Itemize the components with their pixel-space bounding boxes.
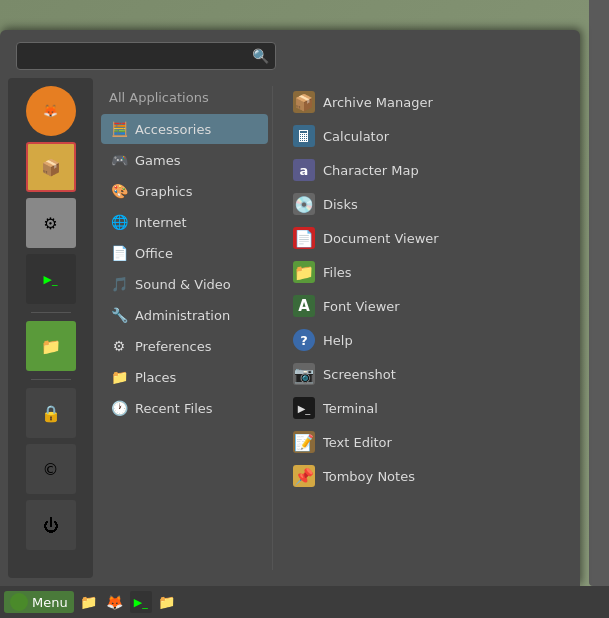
- category-accessories[interactable]: 🧮 Accessories: [101, 114, 268, 144]
- app-help[interactable]: ? Help: [285, 324, 572, 356]
- category-places-label: Places: [135, 370, 176, 385]
- app-screenshot[interactable]: 📷 Screenshot: [285, 358, 572, 390]
- app-document-viewer-label: Document Viewer: [323, 231, 439, 246]
- app-character-map[interactable]: a Character Map: [285, 154, 572, 186]
- app-text-editor-label: Text Editor: [323, 435, 392, 450]
- taskbar-files[interactable]: 📁: [78, 591, 100, 613]
- sidebar-icon-gear[interactable]: ⚙: [26, 198, 76, 248]
- terminal-icon: ▶_: [293, 397, 315, 419]
- app-font-viewer[interactable]: A Font Viewer: [285, 290, 572, 322]
- app-files[interactable]: 📁 Files: [285, 256, 572, 288]
- app-disks-label: Disks: [323, 197, 358, 212]
- all-apps-label[interactable]: All Applications: [101, 86, 268, 113]
- taskbar-menu-button[interactable]: Menu: [4, 591, 74, 613]
- taskbar-menu-label: Menu: [32, 595, 68, 610]
- sidebar-icon-terminal[interactable]: ▶_: [26, 254, 76, 304]
- sidebar-divider: [31, 312, 71, 313]
- app-screenshot-label: Screenshot: [323, 367, 396, 382]
- panel-divider: [272, 86, 273, 570]
- category-graphics-label: Graphics: [135, 184, 192, 199]
- taskbar-folder[interactable]: 📁: [156, 591, 178, 613]
- calculator-icon: 🖩: [293, 125, 315, 147]
- character-map-icon: a: [293, 159, 315, 181]
- document-viewer-icon: 📄: [293, 227, 315, 249]
- category-internet-label: Internet: [135, 215, 187, 230]
- app-calculator-label: Calculator: [323, 129, 389, 144]
- apps-panel: 📦 Archive Manager 🖩 Calculator a Charact…: [277, 78, 572, 578]
- category-recent-files[interactable]: 🕐 Recent Files: [101, 393, 268, 423]
- help-icon: ?: [293, 329, 315, 351]
- category-administration-label: Administration: [135, 308, 230, 323]
- category-preferences[interactable]: ⚙ Preferences: [101, 331, 268, 361]
- disks-icon: 💿: [293, 193, 315, 215]
- sidebar-icon-lock[interactable]: 🔒: [26, 388, 76, 438]
- category-sound-video[interactable]: 🎵 Sound & Video: [101, 269, 268, 299]
- app-character-map-label: Character Map: [323, 163, 419, 178]
- app-tomboy-notes-label: Tomboy Notes: [323, 469, 415, 484]
- category-accessories-label: Accessories: [135, 122, 211, 137]
- category-internet[interactable]: 🌐 Internet: [101, 207, 268, 237]
- category-games[interactable]: 🎮 Games: [101, 145, 268, 175]
- taskbar: Menu 📁 🦊 ▶_ 📁: [0, 586, 609, 618]
- office-icon: 📄: [109, 243, 129, 263]
- taskbar-menu-icon: [10, 593, 28, 611]
- taskbar-terminal[interactable]: ▶_: [130, 591, 152, 613]
- app-font-viewer-label: Font Viewer: [323, 299, 400, 314]
- sidebar-icon-package[interactable]: 📦: [26, 142, 76, 192]
- left-sidebar: 🦊 📦 ⚙ ▶_ 📁 🔒 © ⏻: [8, 78, 93, 578]
- search-bar: 🔍: [0, 30, 580, 78]
- administration-icon: 🔧: [109, 305, 129, 325]
- archive-manager-icon: 📦: [293, 91, 315, 113]
- recent-files-icon: 🕐: [109, 398, 129, 418]
- files-icon: 📁: [293, 261, 315, 283]
- app-archive-manager[interactable]: 📦 Archive Manager: [285, 86, 572, 118]
- app-terminal-label: Terminal: [323, 401, 378, 416]
- app-document-viewer[interactable]: 📄 Document Viewer: [285, 222, 572, 254]
- app-calculator[interactable]: 🖩 Calculator: [285, 120, 572, 152]
- sidebar-icon-firefox[interactable]: 🦊: [26, 86, 76, 136]
- category-places[interactable]: 📁 Places: [101, 362, 268, 392]
- app-archive-manager-label: Archive Manager: [323, 95, 433, 110]
- category-recent-files-label: Recent Files: [135, 401, 213, 416]
- app-help-label: Help: [323, 333, 353, 348]
- category-preferences-label: Preferences: [135, 339, 211, 354]
- sound-video-icon: 🎵: [109, 274, 129, 294]
- preferences-icon: ⚙: [109, 336, 129, 356]
- app-disks[interactable]: 💿 Disks: [285, 188, 572, 220]
- category-sound-video-label: Sound & Video: [135, 277, 231, 292]
- app-text-editor[interactable]: 📝 Text Editor: [285, 426, 572, 458]
- menu-window: 🔍 🦊 📦 ⚙ ▶_ 📁 🔒 © ⏻ All Applications 🧮 Ac…: [0, 30, 580, 586]
- sidebar-icon-power[interactable]: ⏻: [26, 500, 76, 550]
- category-office-label: Office: [135, 246, 173, 261]
- tomboy-notes-icon: 📌: [293, 465, 315, 487]
- screenshot-icon: 📷: [293, 363, 315, 385]
- app-tomboy-notes[interactable]: 📌 Tomboy Notes: [285, 460, 572, 492]
- text-editor-icon: 📝: [293, 431, 315, 453]
- sidebar-icon-files[interactable]: 📁: [26, 321, 76, 371]
- category-administration[interactable]: 🔧 Administration: [101, 300, 268, 330]
- content-area: 🦊 📦 ⚙ ▶_ 📁 🔒 © ⏻ All Applications 🧮 Acce…: [0, 78, 580, 586]
- category-office[interactable]: 📄 Office: [101, 238, 268, 268]
- font-viewer-icon: A: [293, 295, 315, 317]
- search-input[interactable]: [16, 42, 276, 70]
- app-files-label: Files: [323, 265, 352, 280]
- accessories-icon: 🧮: [109, 119, 129, 139]
- category-games-label: Games: [135, 153, 180, 168]
- app-terminal[interactable]: ▶_ Terminal: [285, 392, 572, 424]
- categories-panel: All Applications 🧮 Accessories 🎮 Games 🎨…: [93, 78, 268, 578]
- category-graphics[interactable]: 🎨 Graphics: [101, 176, 268, 206]
- taskbar-firefox[interactable]: 🦊: [104, 591, 126, 613]
- internet-icon: 🌐: [109, 212, 129, 232]
- sidebar-divider-2: [31, 379, 71, 380]
- graphics-icon: 🎨: [109, 181, 129, 201]
- places-icon: 📁: [109, 367, 129, 387]
- games-icon: 🎮: [109, 150, 129, 170]
- sidebar-icon-update[interactable]: ©: [26, 444, 76, 494]
